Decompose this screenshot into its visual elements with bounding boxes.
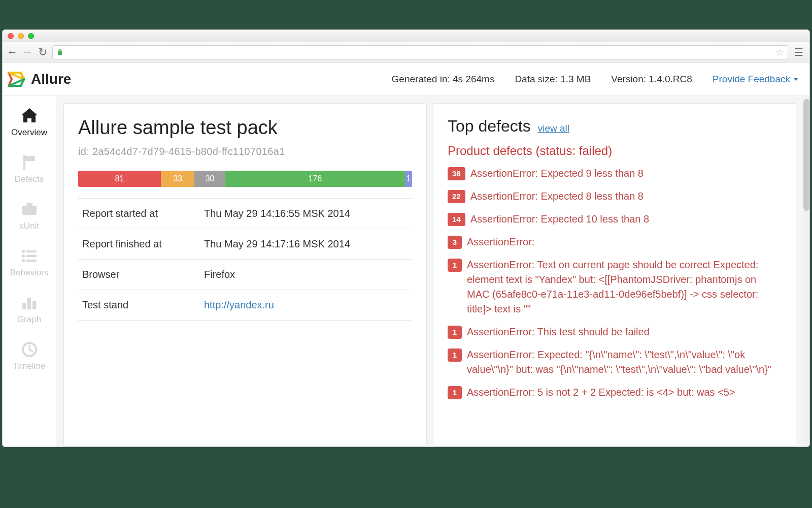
defect-count-badge: 3 — [448, 236, 462, 249]
defect-text: AssertionError: This test should be fail… — [467, 325, 782, 339]
defect-row[interactable]: 1AssertionError: Expected: "{\n\"name\":… — [448, 347, 782, 377]
table-row: Browser Firefox — [78, 260, 412, 290]
generated-in: Generated in: 4s 264ms — [392, 74, 495, 85]
browser-toolbar: ← → ↻ ☆ ☰ — [3, 42, 809, 62]
minimize-window-dot[interactable] — [18, 33, 24, 39]
report-id: id: 2a54c4d7-7d79-4615-b80d-ffc1107016a1 — [78, 146, 412, 157]
svg-point-5 — [22, 250, 25, 253]
defect-row[interactable]: 22AssertionError: Expected 8 less than 8 — [448, 189, 782, 204]
defect-text: AssertionError: Expected 10 less than 8 — [470, 212, 782, 227]
svg-rect-3 — [22, 206, 37, 215]
defect-row[interactable]: 1AssertionError: Text on current page sh… — [448, 258, 782, 316]
url-bar[interactable]: ☆ — [52, 45, 788, 59]
table-row: Report started at Thu May 29 14:16:55 MS… — [78, 199, 412, 229]
svg-rect-13 — [32, 301, 36, 309]
hamburger-menu-icon[interactable]: ☰ — [792, 46, 805, 58]
svg-rect-6 — [26, 250, 37, 252]
status-bar: 81 33 30 176 1 — [78, 171, 412, 187]
bookmark-star-icon[interactable]: ☆ — [775, 47, 784, 58]
bar-chart-icon — [20, 294, 39, 311]
lock-icon — [57, 49, 63, 55]
svg-point-7 — [22, 255, 25, 258]
table-row: Test stand http://yandex.ru — [78, 290, 412, 321]
home-icon — [20, 107, 39, 124]
sidebar-item-graph[interactable]: Graph — [3, 287, 56, 334]
page-title: Allure sample test pack — [78, 117, 412, 139]
sidebar-item-xunit[interactable]: xUnit — [3, 194, 56, 240]
defects-panel: Top defects view all Product defects (st… — [433, 103, 796, 447]
defect-count-badge: 1 — [448, 259, 462, 272]
scrollbar[interactable] — [803, 96, 809, 447]
sidebar-item-defects[interactable]: Defects — [3, 147, 56, 194]
clock-icon — [20, 341, 39, 358]
allure-logo-icon — [8, 71, 25, 88]
titlebar — [3, 30, 809, 42]
defect-count-badge: 38 — [448, 167, 465, 180]
defect-row[interactable]: 1AssertionError: 5 is not 2 + 2 Expected… — [448, 385, 782, 400]
defects-title: Top defects view all — [448, 117, 782, 136]
defect-text: AssertionError: Expected 8 less than 8 — [470, 189, 782, 204]
status-seg-failed[interactable]: 81 — [78, 171, 161, 187]
forward-button[interactable]: → — [22, 47, 33, 58]
status-seg-broken[interactable]: 33 — [161, 171, 194, 187]
browser-window: ← → ↻ ☆ ☰ Allure Generated — [2, 29, 810, 447]
view-all-link[interactable]: view all — [538, 123, 569, 134]
status-seg-skipped[interactable]: 30 — [194, 171, 225, 187]
defect-count-badge: 14 — [448, 213, 465, 226]
status-seg-pending[interactable]: 1 — [405, 171, 412, 187]
defect-text: AssertionError: 5 is not 2 + 2 Expected:… — [467, 385, 782, 400]
test-stand-link[interactable]: http://yandex.ru — [204, 299, 274, 310]
defect-text: AssertionError: Expected: "{\n\"name\": … — [467, 347, 782, 377]
svg-rect-4 — [26, 203, 32, 206]
chevron-down-icon — [793, 78, 798, 81]
defect-count-badge: 22 — [448, 190, 465, 203]
defect-row[interactable]: 38AssertionError: Expected 9 less than 8 — [448, 166, 782, 181]
defect-text: AssertionError: Expected 9 less than 8 — [470, 166, 782, 181]
table-row: Report finished at Thu May 29 14:17:16 M… — [78, 229, 412, 260]
info-table: Report started at Thu May 29 14:16:55 MS… — [78, 198, 412, 321]
status-seg-passed[interactable]: 176 — [225, 171, 405, 187]
list-icon — [20, 247, 39, 265]
svg-point-9 — [22, 259, 25, 262]
back-button[interactable]: ← — [7, 47, 18, 58]
app-header: Allure Generated in: 4s 264ms Data size:… — [3, 62, 809, 96]
defect-row[interactable]: 1AssertionError: This test should be fai… — [448, 325, 782, 339]
defects-subtitle: Product defects (status: failed) — [448, 144, 782, 158]
close-window-dot[interactable] — [8, 33, 14, 39]
defect-count-badge: 1 — [448, 348, 462, 362]
svg-rect-10 — [26, 260, 37, 262]
defect-text: AssertionError: — [467, 235, 782, 249]
brand-name: Allure — [31, 71, 71, 87]
sidebar: Overview Defects xUnit Behaviors — [3, 96, 56, 447]
briefcase-icon — [20, 201, 39, 218]
flag-icon — [20, 154, 39, 171]
svg-rect-8 — [26, 255, 37, 257]
defect-count-badge: 1 — [448, 386, 462, 399]
sidebar-item-timeline[interactable]: Timeline — [3, 334, 56, 380]
provide-feedback-link[interactable]: Provide Feedback — [713, 74, 798, 85]
overview-panel: Allure sample test pack id: 2a54c4d7-7d7… — [63, 103, 427, 447]
scroll-thumb[interactable] — [803, 99, 809, 211]
reload-button[interactable]: ↻ — [37, 47, 48, 58]
zoom-window-dot[interactable] — [28, 33, 34, 39]
data-size: Data size: 1.3 MB — [515, 74, 591, 85]
defect-text: AssertionError: Text on current page sho… — [467, 258, 782, 316]
svg-rect-12 — [27, 298, 31, 309]
header-stats: Generated in: 4s 264ms Data size: 1.3 MB… — [392, 74, 798, 85]
sidebar-item-behaviors[interactable]: Behaviors — [3, 240, 56, 287]
sidebar-item-overview[interactable]: Overview — [3, 100, 56, 147]
defect-row[interactable]: 14AssertionError: Expected 10 less than … — [448, 212, 782, 227]
version: Version: 1.4.0.RC8 — [611, 74, 692, 85]
defect-count-badge: 1 — [448, 326, 462, 339]
page-content: Allure Generated in: 4s 264ms Data size:… — [3, 62, 809, 447]
svg-rect-11 — [22, 303, 26, 309]
defect-row[interactable]: 3AssertionError: — [448, 235, 782, 249]
